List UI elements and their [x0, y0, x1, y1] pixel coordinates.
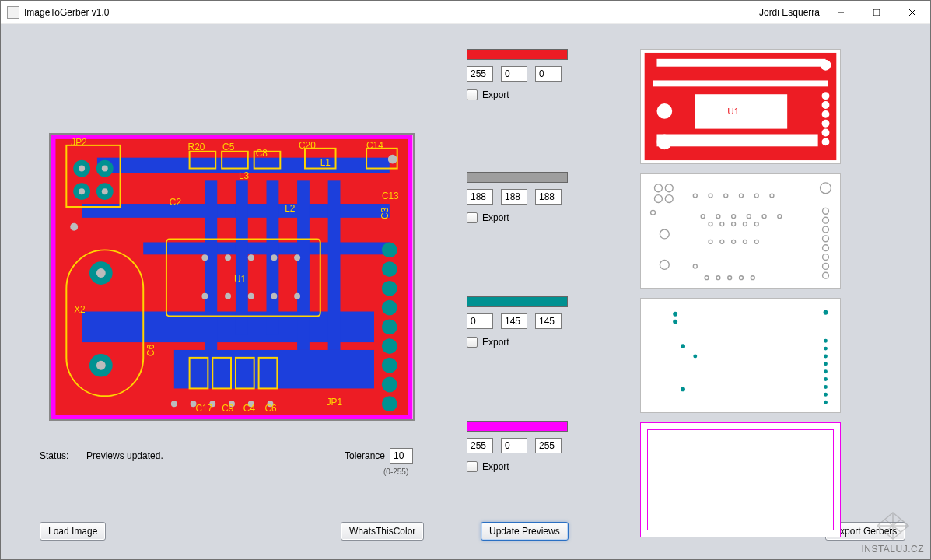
svg-point-155 — [824, 347, 828, 351]
svg-text:JP1: JP1 — [327, 397, 343, 408]
svg-point-38 — [382, 319, 397, 334]
svg-text:C17: C17 — [196, 403, 213, 414]
svg-point-36 — [382, 281, 397, 296]
red-export-label: Export — [482, 89, 509, 100]
svg-rect-12 — [236, 180, 248, 334]
svg-point-92 — [656, 103, 672, 119]
layer-block-gray: Export — [467, 172, 576, 223]
svg-point-60 — [294, 293, 300, 299]
svg-point-148 — [673, 312, 677, 317]
svg-point-48 — [96, 361, 106, 370]
gray-g-input[interactable] — [501, 189, 527, 205]
window-title: ImageToGerber v1.0 — [24, 7, 109, 18]
maximize-button[interactable] — [859, 1, 894, 24]
teal-r-input[interactable] — [467, 313, 493, 329]
svg-point-149 — [673, 320, 677, 324]
teal-export-checkbox[interactable] — [467, 337, 478, 348]
svg-rect-1 — [873, 9, 880, 16]
tolerance-input[interactable] — [390, 448, 413, 464]
load-image-button[interactable]: Load Image — [40, 522, 106, 541]
magenta-b-input[interactable] — [535, 438, 562, 453]
svg-text:C5: C5 — [222, 142, 235, 152]
svg-text:C3: C3 — [380, 207, 390, 219]
whats-this-color-button[interactable]: WhatsThisColor — [341, 522, 424, 541]
svg-point-34 — [382, 242, 397, 257]
svg-text:L1: L1 — [320, 157, 331, 168]
preview-red: U1 — [640, 49, 841, 164]
watermark-icon — [874, 511, 912, 541]
color-swatch-magenta — [467, 421, 568, 432]
tolerance-label: Tolerance — [345, 450, 385, 461]
svg-point-51 — [201, 254, 208, 261]
red-r-input[interactable] — [467, 66, 493, 82]
svg-point-160 — [824, 385, 828, 389]
svg-point-153 — [824, 310, 828, 315]
gray-export-label: Export — [482, 212, 509, 223]
red-export-checkbox[interactable] — [467, 89, 478, 100]
svg-text:L3: L3 — [239, 170, 250, 181]
gray-b-input[interactable] — [535, 189, 562, 205]
svg-text:C20: C20 — [299, 140, 316, 151]
svg-text:C9: C9 — [222, 403, 234, 414]
status-row: Status: Previews updated. Tolerance — [40, 448, 413, 464]
svg-text:X2: X2 — [74, 304, 86, 315]
teal-b-input[interactable] — [535, 313, 562, 329]
svg-point-99 — [822, 129, 830, 137]
svg-rect-91 — [656, 135, 817, 147]
svg-point-45 — [79, 188, 85, 194]
svg-point-46 — [102, 188, 108, 194]
svg-point-152 — [693, 355, 697, 359]
svg-rect-14 — [297, 180, 310, 350]
watermark: INSTALUJ.CZ — [861, 511, 924, 555]
svg-point-96 — [822, 101, 830, 109]
svg-point-154 — [824, 339, 828, 343]
color-swatch-teal — [467, 296, 568, 307]
app-window: ImageToGerber v1.0 Jordi Esquerra — [0, 0, 931, 560]
teal-export-label: Export — [482, 337, 509, 348]
svg-rect-147 — [642, 299, 840, 412]
svg-point-55 — [294, 254, 300, 261]
svg-point-158 — [824, 369, 828, 373]
magenta-r-input[interactable] — [467, 438, 493, 453]
layer-block-red: Export — [467, 49, 576, 100]
gray-r-input[interactable] — [467, 189, 493, 205]
svg-point-44 — [102, 166, 108, 172]
color-swatch-gray — [467, 172, 568, 183]
svg-point-40 — [382, 358, 397, 373]
gray-export-checkbox[interactable] — [467, 212, 478, 223]
svg-point-37 — [382, 300, 397, 316]
svg-point-41 — [382, 377, 397, 393]
red-b-input[interactable] — [535, 66, 562, 82]
svg-rect-90 — [695, 94, 787, 128]
teal-g-input[interactable] — [501, 313, 527, 329]
svg-point-59 — [271, 293, 277, 299]
pcb-image: JP2 R20C5 C8C20 L1C14 L3L2 C13 C2 U1 X2 … — [51, 135, 413, 419]
svg-text:C6: C6 — [145, 344, 156, 356]
svg-rect-10 — [174, 350, 374, 388]
red-g-input[interactable] — [501, 66, 527, 82]
svg-text:C2: C2 — [170, 197, 181, 208]
svg-point-159 — [824, 377, 828, 381]
preview-gray — [640, 173, 841, 289]
svg-text:R20: R20 — [188, 142, 205, 152]
svg-text:C6: C6 — [265, 403, 278, 414]
source-image-panel: JP2 R20C5 C8C20 L1C14 L3L2 C13 C2 U1 X2 … — [49, 133, 415, 421]
svg-point-61 — [171, 401, 177, 407]
svg-point-98 — [822, 120, 830, 128]
magenta-export-checkbox[interactable] — [467, 461, 478, 472]
svg-point-161 — [824, 393, 828, 397]
java-icon — [7, 6, 19, 19]
svg-point-93 — [656, 135, 672, 150]
client-area: JP2 R20C5 C8C20 L1C14 L3L2 C13 C2 U1 X2 … — [1, 24, 930, 559]
minimize-button[interactable] — [823, 1, 859, 24]
magenta-g-input[interactable] — [501, 438, 527, 453]
svg-point-39 — [382, 338, 397, 354]
svg-point-157 — [824, 362, 828, 366]
close-button[interactable] — [894, 1, 930, 24]
svg-text:L2: L2 — [285, 203, 295, 214]
svg-point-42 — [382, 396, 397, 411]
update-previews-button[interactable]: Update Previews — [481, 522, 569, 541]
layer-block-magenta: Export — [467, 421, 576, 472]
svg-point-57 — [225, 293, 231, 299]
svg-text:U1: U1 — [727, 106, 739, 117]
